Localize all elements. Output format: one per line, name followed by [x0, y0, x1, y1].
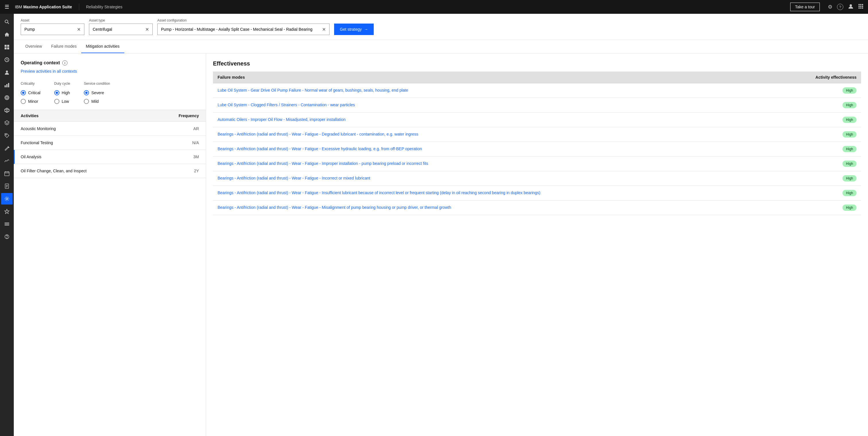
sidebar-help[interactable] [1, 231, 12, 242]
effectiveness-badge: High [842, 190, 857, 196]
sidebar-person[interactable] [1, 67, 12, 78]
criticality-critical-circle [21, 90, 26, 95]
svg-rect-4 [859, 6, 860, 7]
sidebar-layers[interactable] [1, 117, 12, 129]
failure-mode-cell: Bearings - Antifriction (radial and thru… [213, 156, 776, 171]
svg-rect-13 [7, 45, 9, 47]
svg-rect-33 [5, 172, 9, 176]
asset-type-clear-button[interactable]: ✕ [145, 27, 149, 32]
sidebar-settings[interactable] [1, 193, 12, 204]
activity-freq-oil-filter: 2Y [194, 169, 199, 173]
sidebar-star[interactable] [1, 206, 12, 217]
failure-mode-link[interactable]: Bearings - Antifriction (radial and thru… [218, 132, 418, 137]
activity-row-functional[interactable]: Functional Testing N/A [14, 136, 206, 150]
table-row: Bearings - Antifriction (radial and thru… [213, 127, 861, 142]
svg-point-41 [6, 198, 8, 200]
duty-cycle-label: Duty cycle [54, 82, 70, 86]
activity-row-acoustic[interactable]: Acoustic Monitoring AR [14, 122, 206, 136]
grid-icon[interactable] [858, 4, 863, 10]
svg-rect-3 [862, 4, 863, 5]
failure-mode-link[interactable]: Bearings - Antifriction (radial and thru… [218, 176, 370, 180]
brand: IBM Maximo Application Suite [15, 5, 72, 9]
svg-point-32 [6, 135, 7, 135]
activity-row-oil-analysis[interactable]: Oil Analysis 3M [14, 150, 206, 164]
criticality-minor[interactable]: Minor [21, 99, 40, 104]
svg-point-17 [6, 71, 8, 73]
asset-config-input[interactable] [161, 27, 320, 32]
failure-mode-link[interactable]: Lube Oil System - Clogged Filters / Stra… [218, 103, 355, 107]
failure-mode-link[interactable]: Lube Oil System - Gear Drive Oil Pump Fa… [218, 88, 408, 92]
effectiveness-title: Effectiveness [213, 60, 861, 67]
effectiveness-badge: High [842, 161, 857, 167]
svg-line-11 [8, 23, 9, 24]
duty-cycle-high[interactable]: High [54, 90, 70, 95]
duty-cycle-low[interactable]: Low [54, 99, 70, 104]
operating-context-info-icon[interactable]: i [62, 60, 67, 65]
sidebar-report[interactable] [1, 180, 12, 192]
sidebar-tag[interactable] [1, 130, 12, 141]
nav-divider [79, 3, 79, 10]
service-condition-mild-circle [84, 99, 89, 104]
take-tour-button[interactable]: Take a tour [790, 3, 820, 11]
sidebar-analytics[interactable] [1, 155, 12, 167]
asset-input-wrap: ✕ [21, 24, 84, 35]
failure-mode-link[interactable]: Bearings - Antifriction (radial and thru… [218, 161, 428, 166]
sidebar-dashboard[interactable] [1, 41, 12, 53]
sidebar-history[interactable] [1, 54, 12, 65]
failure-mode-link[interactable]: Bearings - Antifriction (radial and thru… [218, 146, 422, 151]
asset-type-label: Asset type [89, 19, 153, 22]
svg-rect-20 [8, 83, 9, 87]
activity-name-acoustic: Acoustic Monitoring [21, 126, 193, 131]
service-condition-mild[interactable]: Mild [84, 99, 110, 104]
criticality-critical[interactable]: Critical [21, 90, 40, 95]
sidebar-search[interactable] [1, 16, 12, 28]
sidebar-calendar[interactable] [1, 168, 12, 179]
content-split: Operating context i Preview activities i… [14, 53, 868, 436]
failure-mode-link[interactable]: Bearings - Antifriction (radial and thru… [218, 191, 540, 195]
svg-rect-6 [862, 6, 863, 7]
sidebar-tools[interactable] [1, 142, 12, 154]
asset-label: Asset [21, 19, 84, 22]
tab-mitigation-activities[interactable]: Mitigation activities [81, 40, 124, 53]
sidebar-cube[interactable] [1, 105, 12, 116]
sidebar-target[interactable] [1, 92, 12, 104]
asset-config-input-wrap: ✕ [157, 24, 330, 35]
sidebar-list[interactable] [1, 218, 12, 230]
user-icon[interactable] [848, 3, 854, 11]
sidebar-chart[interactable] [1, 79, 12, 91]
col-activity-effectiveness: Activity effectiveness [776, 71, 861, 83]
settings-icon[interactable]: ⚙ [828, 4, 832, 10]
failure-mode-link[interactable]: Automatic Oilers - Improper Oil Flow - M… [218, 117, 346, 122]
service-condition-severe[interactable]: Severe [84, 90, 110, 95]
criticality-group: Criticality Critical Minor [21, 82, 40, 104]
svg-rect-2 [860, 4, 861, 5]
svg-rect-45 [5, 225, 9, 226]
asset-input[interactable] [24, 27, 74, 32]
svg-rect-18 [5, 85, 6, 87]
asset-clear-button[interactable]: ✕ [77, 27, 81, 32]
svg-rect-19 [6, 84, 7, 87]
get-strategy-button[interactable]: Get strategy → [334, 24, 374, 35]
activity-freq-oil-analysis: 3M [193, 154, 199, 159]
effectiveness-badge: High [842, 131, 857, 138]
asset-config-clear-button[interactable]: ✕ [322, 27, 326, 32]
tab-failure-modes[interactable]: Failure modes [46, 40, 81, 53]
sidebar-home[interactable] [1, 29, 12, 40]
table-row: Bearings - Antifriction (radial and thru… [213, 156, 861, 171]
help-icon[interactable]: ? [837, 4, 843, 10]
svg-rect-43 [5, 223, 9, 223]
effectiveness-badge: High [842, 204, 857, 211]
app-title: Reliability Strategies [86, 5, 123, 9]
activity-row-oil-filter[interactable]: Oil Filter Change, Clean, and Inspect 2Y [14, 164, 206, 178]
duty-cycle-low-circle [54, 99, 59, 104]
failure-mode-link[interactable]: Bearings - Antifriction (radial and thru… [218, 205, 451, 210]
svg-point-21 [5, 96, 9, 100]
tab-overview[interactable]: Overview [21, 40, 46, 53]
asset-bar: Asset ✕ Asset type ✕ Asset configuration… [14, 14, 868, 40]
effectiveness-badge-cell: High [776, 83, 861, 98]
duty-cycle-high-circle [54, 90, 59, 95]
asset-type-input[interactable] [93, 27, 143, 32]
effectiveness-badge-cell: High [776, 156, 861, 171]
preview-activities-link[interactable]: Preview activities in all contexts [21, 69, 199, 74]
menu-icon[interactable]: ☰ [5, 4, 9, 10]
